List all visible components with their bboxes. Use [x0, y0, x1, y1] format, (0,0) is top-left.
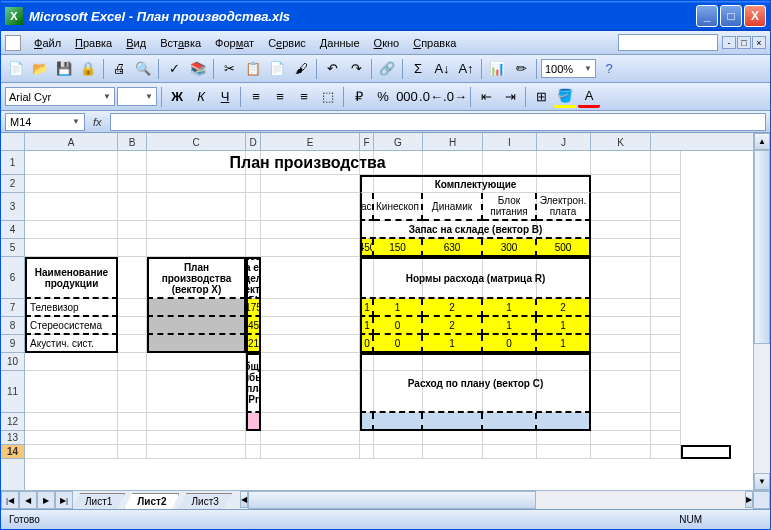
scroll-track-v[interactable]: [754, 150, 770, 473]
row-header-11[interactable]: 11: [1, 371, 24, 413]
profit-0[interactable]: 175: [246, 299, 261, 317]
product-0[interactable]: Телевизор: [25, 299, 118, 317]
increase-decimal-icon[interactable]: .0←: [420, 86, 442, 108]
minimize-button[interactable]: _: [696, 5, 718, 27]
close-button[interactable]: X: [744, 5, 766, 27]
save-icon[interactable]: 💾: [53, 58, 75, 80]
product-1[interactable]: Стереосистема: [25, 317, 118, 335]
merge-icon[interactable]: ⬚: [317, 86, 339, 108]
row-header-14[interactable]: 14: [1, 445, 24, 459]
main-title[interactable]: План производства: [25, 151, 591, 175]
scroll-left-button[interactable]: ◀: [240, 491, 248, 508]
col-header-A[interactable]: A: [25, 133, 118, 151]
component-1[interactable]: Кинескоп: [374, 193, 423, 221]
stock-0[interactable]: 450: [360, 239, 374, 257]
mdi-minimize[interactable]: -: [722, 36, 736, 49]
undo-icon[interactable]: ↶: [321, 58, 343, 80]
decrease-decimal-icon[interactable]: .0→: [444, 86, 466, 108]
scroll-up-button[interactable]: ▲: [754, 133, 770, 150]
fx-icon[interactable]: fx: [93, 116, 102, 128]
stock-1[interactable]: 150: [374, 239, 423, 257]
tab-next-button[interactable]: ▶: [37, 491, 55, 509]
matrix-1-0[interactable]: 1: [360, 317, 374, 335]
menu-file[interactable]: Файл: [27, 35, 68, 51]
tab-first-button[interactable]: |◀: [1, 491, 19, 509]
decrease-indent-icon[interactable]: ⇤: [475, 86, 497, 108]
norms-header[interactable]: Нормы расхода (матрица R): [360, 257, 591, 299]
comma-icon[interactable]: 000: [396, 86, 418, 108]
expense-3[interactable]: [483, 413, 537, 431]
expense-0[interactable]: [360, 413, 374, 431]
stock-2[interactable]: 630: [423, 239, 483, 257]
name-box[interactable]: M14▼: [5, 113, 85, 131]
matrix-2-1[interactable]: 0: [374, 335, 423, 353]
matrix-0-3[interactable]: 1: [483, 299, 537, 317]
matrix-1-3[interactable]: 1: [483, 317, 537, 335]
col-header-G[interactable]: G: [374, 133, 423, 151]
matrix-2-4[interactable]: 1: [537, 335, 591, 353]
col-header-H[interactable]: H: [423, 133, 483, 151]
sheet-tab-0[interactable]: Лист1: [72, 493, 125, 509]
expense-2[interactable]: [423, 413, 483, 431]
row-header-5[interactable]: 5: [1, 239, 24, 257]
row-header-4[interactable]: 4: [1, 221, 24, 239]
scroll-track-h[interactable]: [248, 491, 745, 509]
matrix-0-0[interactable]: 1: [360, 299, 374, 317]
menu-edit[interactable]: Правка: [68, 35, 119, 51]
sheet-tab-1[interactable]: Лист2: [124, 493, 179, 509]
cut-icon[interactable]: ✂: [218, 58, 240, 80]
row-header-12[interactable]: 12: [1, 413, 24, 431]
matrix-2-0[interactable]: 0: [360, 335, 374, 353]
select-all-corner[interactable]: [1, 133, 25, 151]
expense-4[interactable]: [537, 413, 591, 431]
fill-color-icon[interactable]: 🪣: [554, 86, 576, 108]
plan-header[interactable]: План производства (вектор X): [147, 257, 246, 299]
row-header-10[interactable]: 10: [1, 353, 24, 371]
row-header-13[interactable]: 13: [1, 431, 24, 445]
sort-desc-icon[interactable]: A↑: [455, 58, 477, 80]
sheet-tab-2[interactable]: Лист3: [178, 493, 231, 509]
profit-1[interactable]: 45: [246, 317, 261, 335]
total-profit-value[interactable]: [246, 413, 261, 431]
matrix-2-2[interactable]: 1: [423, 335, 483, 353]
align-right-icon[interactable]: ≡: [293, 86, 315, 108]
matrix-1-2[interactable]: 2: [423, 317, 483, 335]
matrix-0-1[interactable]: 1: [374, 299, 423, 317]
col-header-E[interactable]: E: [261, 133, 360, 151]
increase-indent-icon[interactable]: ⇥: [499, 86, 521, 108]
formula-bar[interactable]: [110, 113, 766, 131]
components-header[interactable]: Комплектующие: [360, 175, 591, 193]
stock-4[interactable]: 500: [537, 239, 591, 257]
matrix-2-3[interactable]: 0: [483, 335, 537, 353]
menu-view[interactable]: Вид: [119, 35, 153, 51]
format-painter-icon[interactable]: 🖌: [290, 58, 312, 80]
bold-icon[interactable]: Ж: [166, 86, 188, 108]
percent-icon[interactable]: %: [372, 86, 394, 108]
font-select[interactable]: Arial Cyr▼: [5, 87, 115, 106]
permission-icon[interactable]: 🔒: [77, 58, 99, 80]
plan-val-0[interactable]: [147, 299, 246, 317]
component-2[interactable]: Динамик: [423, 193, 483, 221]
component-3[interactable]: Блок питания: [483, 193, 537, 221]
matrix-1-4[interactable]: 1: [537, 317, 591, 335]
col-header-J[interactable]: J: [537, 133, 591, 151]
print-icon[interactable]: 🖨: [108, 58, 130, 80]
research-icon[interactable]: 📚: [187, 58, 209, 80]
zoom-select[interactable]: 100%▼: [541, 59, 596, 78]
col-header-C[interactable]: C: [147, 133, 246, 151]
row-header-6[interactable]: 6: [1, 257, 24, 299]
redo-icon[interactable]: ↷: [345, 58, 367, 80]
plan-val-1[interactable]: [147, 317, 246, 335]
component-4[interactable]: Электрон. плата: [537, 193, 591, 221]
stock-header[interactable]: Запас на складе (вектор B): [360, 221, 591, 239]
row-header-9[interactable]: 9: [1, 335, 24, 353]
font-color-icon[interactable]: A: [578, 86, 600, 108]
menu-format[interactable]: Формат: [208, 35, 261, 51]
scroll-thumb-v[interactable]: [754, 150, 770, 344]
plan-val-2[interactable]: [147, 335, 246, 353]
italic-icon[interactable]: К: [190, 86, 212, 108]
row-header-8[interactable]: 8: [1, 317, 24, 335]
size-select[interactable]: ▼: [117, 87, 157, 106]
menu-window[interactable]: Окно: [367, 35, 407, 51]
cells-area[interactable]: План производстваКомплектующиеШассиКинес…: [25, 151, 753, 490]
